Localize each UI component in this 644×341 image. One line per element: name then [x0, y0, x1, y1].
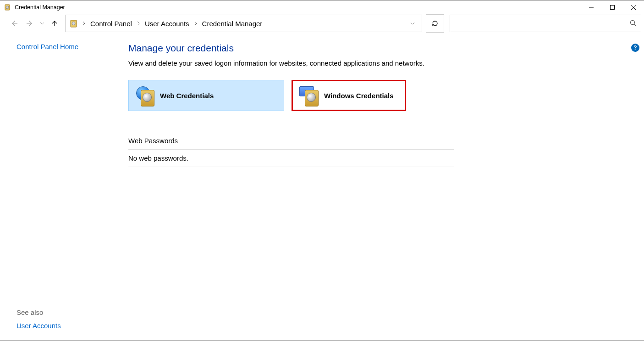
sidebar: Control Panel Home See also User Account…: [0, 43, 128, 341]
search-input[interactable]: [455, 19, 630, 28]
chevron-down-icon[interactable]: [405, 20, 420, 28]
back-button[interactable]: [7, 17, 21, 30]
chevron-right-icon[interactable]: [192, 21, 199, 26]
breadcrumb-mid[interactable]: User Accounts: [142, 18, 192, 29]
sidebar-home-link[interactable]: Control Panel Home: [17, 43, 128, 50]
window-controls: [581, 0, 644, 14]
breadcrumb-leaf[interactable]: Credential Manager: [199, 18, 265, 29]
windows-credentials-label: Windows Credentials: [324, 92, 394, 100]
up-button[interactable]: [48, 17, 61, 30]
chevron-right-icon[interactable]: [135, 21, 142, 26]
minimize-button[interactable]: [581, 0, 602, 14]
svg-line-9: [634, 24, 636, 26]
svg-rect-3: [611, 6, 615, 10]
window-title: Credential Manager: [15, 4, 65, 11]
breadcrumb-root[interactable]: Control Panel: [88, 18, 135, 29]
windows-credentials-tile[interactable]: Windows Credentials: [292, 80, 406, 111]
forward-button[interactable]: [23, 17, 37, 30]
svg-point-8: [631, 20, 635, 24]
page-heading: Manage your credentials: [128, 43, 626, 54]
web-credentials-icon: [134, 84, 156, 106]
credential-tiles: Web Credentials Windows Credentials: [128, 80, 626, 111]
nav-toolbar: Control Panel User Accounts Credential M…: [0, 14, 644, 33]
content-area: Control Panel Home See also User Account…: [0, 33, 644, 341]
main-panel: Manage your credentials View and delete …: [128, 43, 644, 341]
maximize-button[interactable]: [602, 0, 623, 14]
refresh-button[interactable]: [426, 14, 444, 33]
sidebar-user-accounts-link[interactable]: User Accounts: [17, 322, 61, 330]
chevron-right-icon[interactable]: [80, 21, 88, 26]
svg-point-7: [72, 22, 75, 25]
address-bar[interactable]: Control Panel User Accounts Credential M…: [65, 15, 422, 32]
web-passwords-empty: No web passwords.: [128, 150, 454, 167]
see-also-label: See also: [17, 308, 128, 316]
search-icon[interactable]: [630, 20, 636, 28]
app-icon: [4, 4, 11, 11]
titlebar: Credential Manager: [0, 0, 644, 14]
search-box[interactable]: [450, 15, 641, 32]
page-subtitle: View and delete your saved logon informa…: [128, 59, 626, 67]
windows-credentials-icon: [298, 84, 320, 106]
web-passwords-header: Web Passwords: [128, 132, 454, 150]
folder-icon: [69, 19, 78, 28]
recent-locations-button[interactable]: [39, 21, 46, 26]
close-button[interactable]: [623, 0, 644, 14]
web-credentials-tile[interactable]: Web Credentials: [128, 80, 284, 111]
web-credentials-label: Web Credentials: [160, 92, 214, 100]
svg-point-1: [6, 6, 9, 9]
window: Credential Manager: [0, 0, 644, 341]
